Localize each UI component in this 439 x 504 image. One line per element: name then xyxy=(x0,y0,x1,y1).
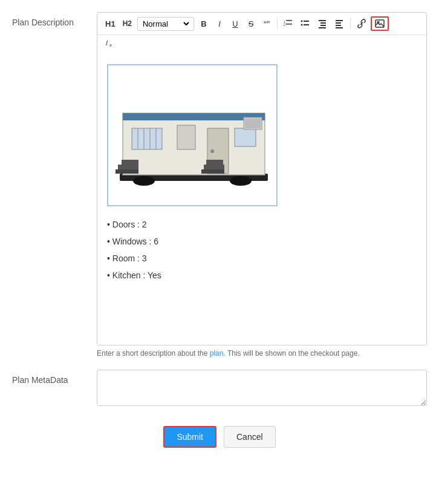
format-select[interactable]: Normal Heading 1 Heading 2 Heading 3 xyxy=(140,19,191,29)
h1-button[interactable]: H1 xyxy=(102,16,119,31)
editor-wrapper: H1 H2 Normal Heading 1 Heading 2 Heading… xyxy=(97,12,427,345)
indent-right-button[interactable] xyxy=(331,16,347,31)
indent-right-icon xyxy=(334,19,344,28)
image-icon xyxy=(375,19,385,28)
svg-text:I: I xyxy=(106,39,108,47)
form-actions: Submit Cancel xyxy=(12,426,427,448)
bullet-list: Doors : 2 Windows : 6 Room : 3 Kitchen :… xyxy=(107,216,417,284)
underline-button[interactable]: U xyxy=(228,16,242,31)
editor-body[interactable]: Doors : 2 Windows : 6 Room : 3 Kitchen :… xyxy=(97,54,426,345)
svg-rect-5 xyxy=(304,21,309,22)
svg-rect-11 xyxy=(319,27,326,28)
unordered-list-button[interactable] xyxy=(298,16,313,31)
svg-rect-9 xyxy=(320,22,326,24)
svg-rect-25 xyxy=(132,128,162,149)
svg-text:x: x xyxy=(109,42,112,48)
link-button[interactable] xyxy=(354,16,369,31)
h2-button[interactable]: H2 xyxy=(120,16,135,31)
svg-point-22 xyxy=(230,176,252,186)
format-select-wrapper[interactable]: Normal Heading 1 Heading 2 Heading 3 xyxy=(137,17,194,31)
helper-text: Enter a short description about the plan… xyxy=(97,349,427,358)
svg-rect-15 xyxy=(336,27,343,28)
svg-rect-3 xyxy=(286,24,292,25)
image-button[interactable] xyxy=(371,16,389,31)
svg-rect-14 xyxy=(336,25,341,26)
svg-rect-33 xyxy=(235,128,256,146)
svg-rect-30 xyxy=(177,125,195,149)
svg-rect-38 xyxy=(115,169,138,174)
strikethrough-button[interactable]: S xyxy=(244,16,258,31)
toolbar-row2: I x xyxy=(97,35,426,54)
ordered-list-icon: 1. 2. xyxy=(284,19,293,28)
svg-rect-36 xyxy=(122,160,138,165)
svg-rect-12 xyxy=(336,20,343,21)
list-item: Room : 3 xyxy=(107,250,417,267)
svg-rect-41 xyxy=(201,169,224,174)
svg-point-6 xyxy=(301,24,302,26)
link-icon xyxy=(357,19,366,28)
svg-rect-8 xyxy=(319,20,326,21)
ordered-list-button[interactable]: 1. 2. xyxy=(281,16,296,31)
clear-format-button[interactable]: I x xyxy=(102,36,119,51)
plan-description-editor: H1 H2 Normal Heading 1 Heading 2 Heading… xyxy=(97,12,427,358)
svg-text:2.: 2. xyxy=(284,23,286,27)
editor-toolbar: H1 H2 Normal Heading 1 Heading 2 Heading… xyxy=(97,13,426,35)
list-item: Doors : 2 xyxy=(107,216,417,233)
helper-highlight: plan xyxy=(210,349,224,358)
svg-rect-37 xyxy=(118,165,138,169)
toolbar-divider-1 xyxy=(277,18,278,29)
svg-rect-7 xyxy=(304,24,309,25)
svg-point-4 xyxy=(301,21,302,22)
svg-rect-35 xyxy=(245,119,261,128)
plan-description-label: Plan Description xyxy=(12,12,97,29)
indent-left-icon xyxy=(317,19,327,28)
plan-description-row: Plan Description H1 H2 Normal Heading 1 … xyxy=(12,12,427,358)
trailer-illustration xyxy=(111,68,274,201)
bold-button[interactable]: B xyxy=(197,16,211,31)
svg-point-21 xyxy=(133,176,155,186)
plan-metadata-input[interactable] xyxy=(97,370,427,406)
svg-point-32 xyxy=(210,149,214,153)
svg-rect-40 xyxy=(204,165,224,169)
unordered-list-icon xyxy=(301,19,310,28)
svg-rect-13 xyxy=(336,22,341,24)
italic-button[interactable]: I xyxy=(212,16,227,31)
svg-rect-39 xyxy=(206,160,223,165)
svg-rect-1 xyxy=(286,20,292,21)
toolbar-divider-2 xyxy=(350,18,351,29)
cancel-button[interactable]: Cancel xyxy=(224,426,276,448)
list-item: Windows : 6 xyxy=(107,233,417,250)
plan-metadata-row: Plan MetaData xyxy=(12,370,427,408)
clear-format-icon: I x xyxy=(105,38,116,49)
plan-metadata-content xyxy=(97,370,427,408)
quote-button[interactable]: “” xyxy=(259,16,274,31)
svg-rect-10 xyxy=(320,25,326,26)
submit-button[interactable]: Submit xyxy=(163,426,216,448)
list-item: Kitchen : Yes xyxy=(107,267,417,284)
indent-left-button[interactable] xyxy=(314,16,330,31)
plan-metadata-label: Plan MetaData xyxy=(12,370,97,387)
editor-image-container xyxy=(107,64,278,206)
